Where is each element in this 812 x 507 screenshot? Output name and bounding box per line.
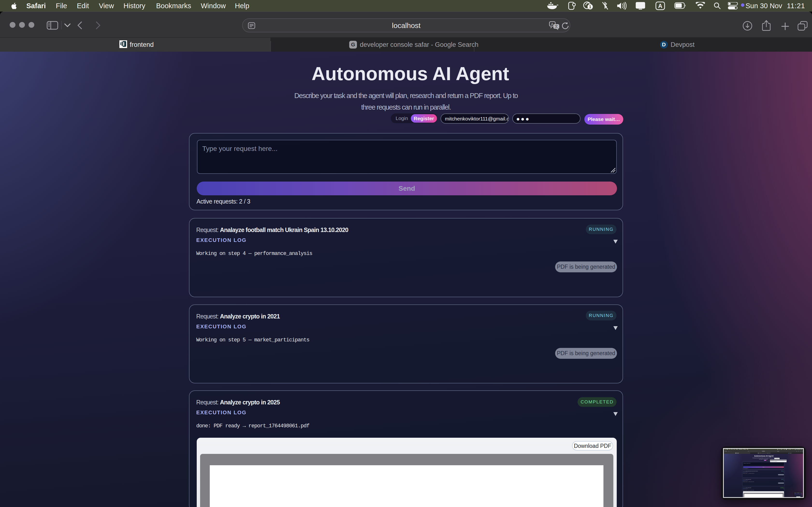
svg-text:文: 文 (555, 24, 558, 28)
svg-text:A: A (658, 3, 662, 9)
svg-text:A: A (788, 449, 789, 450)
svg-text:A: A (551, 22, 553, 26)
svg-text:1: 1 (589, 5, 591, 9)
